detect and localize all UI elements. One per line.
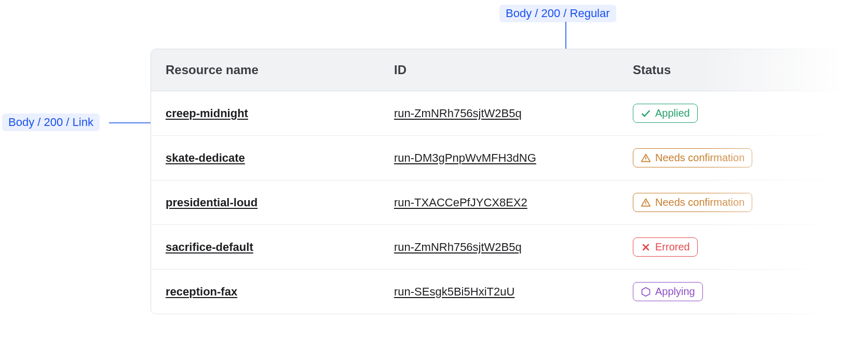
status-badge-needs: Needs confirmation <box>633 193 752 212</box>
header-status: Status <box>633 63 747 77</box>
status-badge-applied: Applied <box>633 104 698 123</box>
status-badge-applying: Applying <box>633 282 703 301</box>
resource-name-link[interactable]: creep-midnight <box>166 107 248 120</box>
table-row: reception-fax run-SEsgk5Bi5HxiT2uU Apply… <box>151 270 863 314</box>
run-id-link[interactable]: run-DM3gPnpWvMFH3dNG <box>394 151 536 164</box>
hexagon-icon <box>641 287 651 297</box>
table-row: skate-dedicate run-DM3gPnpWvMFH3dNG Need… <box>151 136 863 180</box>
run-id-link[interactable]: run-ZmNRh756sjtW2B5q <box>394 241 522 254</box>
resource-table: Resource name ID Status creep-midnight r… <box>151 49 864 314</box>
alert-triangle-icon <box>641 153 651 163</box>
status-badge-errored: Errored <box>633 237 698 257</box>
annotation-regular-style: Body / 200 / Regular <box>499 5 616 22</box>
alert-triangle-icon <box>641 198 651 208</box>
table-row: sacrifice-default run-ZmNRh756sjtW2B5q E… <box>151 225 863 270</box>
status-label: Needs confirmation <box>655 196 744 208</box>
header-resource-name: Resource name <box>166 63 394 77</box>
svg-point-7 <box>645 204 646 205</box>
status-badge-needs: Needs confirmation <box>633 148 752 167</box>
status-label: Applying <box>655 286 695 298</box>
resource-name-link[interactable]: sacrifice-default <box>166 241 253 254</box>
table-row: creep-midnight run-ZmNRh756sjtW2B5q Appl… <box>151 91 863 136</box>
resource-name-link[interactable]: skate-dedicate <box>166 151 245 164</box>
status-label: Errored <box>655 241 690 253</box>
x-icon <box>641 242 651 252</box>
resource-name-link[interactable]: reception-fax <box>166 285 237 298</box>
svg-point-5 <box>645 160 646 160</box>
status-label: Applied <box>655 107 690 119</box>
run-id-link[interactable]: run-TXACCePfJYCX8EX2 <box>394 196 527 209</box>
check-icon <box>641 108 651 119</box>
run-id-link[interactable]: run-ZmNRh756sjtW2B5q <box>394 107 522 120</box>
resource-name-link[interactable]: presidential-loud <box>166 196 257 209</box>
annotation-link-style: Body / 200 / Link <box>2 114 100 131</box>
header-id: ID <box>394 63 633 77</box>
svg-marker-10 <box>642 287 650 296</box>
table-header: Resource name ID Status <box>151 49 863 91</box>
status-label: Needs confirmation <box>655 152 744 164</box>
run-id-link[interactable]: run-SEsgk5Bi5HxiT2uU <box>394 285 514 298</box>
table-row: presidential-loud run-TXACCePfJYCX8EX2 N… <box>151 180 863 225</box>
